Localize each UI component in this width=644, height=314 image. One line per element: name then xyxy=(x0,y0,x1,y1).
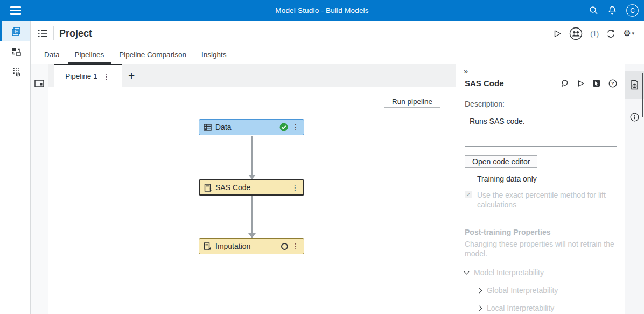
chevron-right-icon xyxy=(477,305,482,311)
page-title: Project xyxy=(59,28,92,39)
post-training-note: Changing these properties will not retra… xyxy=(465,239,619,260)
settings-button[interactable]: ⚙ ▾ xyxy=(623,29,634,38)
user-avatar[interactable]: C xyxy=(626,4,639,17)
gear-icon: ⚙ xyxy=(623,29,631,38)
panel-search-button[interactable] xyxy=(561,79,570,88)
checkbox-checked-icon: ✓ xyxy=(465,191,472,198)
not-run-badge-icon xyxy=(281,243,288,250)
node-data[interactable]: Data ⋮ xyxy=(199,119,304,135)
connector-arrowhead xyxy=(248,233,256,238)
pipeline-canvas[interactable]: Run pipeline Data xyxy=(48,87,456,314)
sidebar-item-data-exclusion[interactable] xyxy=(0,62,30,82)
open-code-editor-button[interactable]: Open code editor xyxy=(465,155,537,168)
bell-icon xyxy=(608,6,617,15)
pipeline-canvas-area: Pipeline 1 ⋮ + Run pipeline xyxy=(48,64,456,314)
right-icon-strip xyxy=(625,64,644,314)
pipeline-tab-bar: Pipeline 1 ⋮ + xyxy=(48,64,456,87)
stacked-pages-icon xyxy=(11,26,22,37)
help-icon: ? xyxy=(608,79,617,88)
toggle-pane-button[interactable] xyxy=(34,80,44,89)
section-divider xyxy=(465,219,617,219)
run-project-button[interactable] xyxy=(554,30,562,38)
app-bar-actions: C xyxy=(589,0,639,21)
properties-tab-button[interactable] xyxy=(625,71,644,99)
node-label: SAS Code xyxy=(215,183,288,192)
tab-pipelines[interactable]: Pipelines xyxy=(68,46,111,64)
info-icon xyxy=(630,113,639,122)
collaborators-button[interactable] xyxy=(569,27,583,40)
dotted-columns-icon xyxy=(11,67,22,78)
node-menu-button[interactable]: ⋮ xyxy=(292,242,299,250)
success-badge-icon xyxy=(279,123,288,131)
notifications-button[interactable] xyxy=(608,6,617,15)
play-icon xyxy=(577,80,585,87)
exchange-nodes-icon xyxy=(11,46,22,57)
tab-data[interactable]: Data xyxy=(37,46,67,64)
node-menu-button[interactable]: ⋮ xyxy=(291,184,299,191)
add-pipeline-button[interactable]: + xyxy=(122,64,141,87)
project-list-button[interactable] xyxy=(38,29,48,38)
panel-run-button[interactable] xyxy=(577,80,585,87)
search-icon xyxy=(561,79,570,88)
sidebar-item-exchange[interactable] xyxy=(0,41,30,62)
connector-line xyxy=(251,136,253,176)
search-icon xyxy=(589,6,598,15)
app-title: Model Studio - Build Models xyxy=(0,6,644,15)
project-actions: (1) ⚙ ▾ xyxy=(554,27,644,40)
tree-item-local-interpretability[interactable]: Local Interpretability xyxy=(478,304,617,312)
panel-results-button[interactable] xyxy=(592,79,601,88)
main-area: Project (1) xyxy=(31,21,644,314)
results-icon xyxy=(592,79,601,88)
training-data-only-checkbox[interactable]: Training data only xyxy=(465,174,617,184)
avatar-initial: C xyxy=(626,4,639,17)
chevron-down-icon: ▾ xyxy=(632,31,634,36)
scrollbar-thumb[interactable] xyxy=(642,73,643,117)
tab-pipeline-comparison[interactable]: Pipeline Comparison xyxy=(112,46,193,64)
minimap-icon xyxy=(34,80,44,87)
people-circle-icon xyxy=(569,27,583,40)
panel-help-button[interactable]: ? xyxy=(608,79,617,88)
play-icon xyxy=(554,30,562,38)
connector-line xyxy=(251,196,253,234)
document-options-icon xyxy=(630,80,639,90)
description-input[interactable]: Runs SAS code. xyxy=(465,113,617,147)
node-label: Imputation xyxy=(215,242,277,250)
pipeline-tab-active[interactable]: Pipeline 1 ⋮ xyxy=(54,64,122,87)
svg-text:?: ? xyxy=(611,81,614,86)
node-sas-code[interactable]: SAS Code ⋮ xyxy=(199,179,304,196)
tree-item-global-interpretability[interactable]: Global Interpretability xyxy=(478,286,617,295)
refresh-button[interactable] xyxy=(606,29,615,38)
app-bar: Model Studio - Build Models C xyxy=(0,0,644,21)
info-tab-button[interactable] xyxy=(625,107,644,127)
node-imputation[interactable]: Imputation ⋮ xyxy=(199,238,304,254)
checkbox-unchecked-icon xyxy=(465,175,472,182)
page-tabs: Data Pipelines Pipeline Comparison Insig… xyxy=(31,46,644,64)
description-label: Description: xyxy=(465,100,617,108)
tab-insights[interactable]: Insights xyxy=(194,46,234,64)
connector-arrowhead xyxy=(248,175,256,179)
sidebar-item-pipelines[interactable] xyxy=(0,21,30,41)
project-header: Project (1) xyxy=(31,21,644,46)
properties-panel: » SAS Code xyxy=(456,64,625,314)
node-label: Data xyxy=(215,123,276,131)
canvas-tool-strip xyxy=(31,64,48,314)
post-training-title: Post-training Properties xyxy=(465,228,617,236)
collapse-panel-button[interactable]: » xyxy=(463,65,469,76)
sync-icon xyxy=(606,29,615,38)
node-menu-button[interactable]: ⋮ xyxy=(292,123,299,131)
left-sidebar xyxy=(0,21,31,314)
list-icon xyxy=(38,29,48,38)
app-window: Model Studio - Build Models C xyxy=(0,0,644,314)
data-table-icon xyxy=(204,123,212,131)
pipeline-tab-menu-button[interactable]: ⋮ xyxy=(103,73,110,80)
run-pipeline-button[interactable]: Run pipeline xyxy=(384,95,440,108)
exact-percentile-checkbox: ✓ Use the exact percentile method for li… xyxy=(465,190,617,210)
imputation-doc-icon xyxy=(204,242,212,250)
header-divider xyxy=(53,26,54,40)
chevron-down-icon xyxy=(464,269,470,275)
work-area: Pipeline 1 ⋮ + Run pipeline xyxy=(31,64,644,314)
panel-title: SAS Code xyxy=(465,79,561,88)
search-button[interactable] xyxy=(589,6,598,15)
chevron-right-icon xyxy=(477,288,482,293)
tree-item-model-interpretability[interactable]: Model Interpretability xyxy=(465,268,617,277)
